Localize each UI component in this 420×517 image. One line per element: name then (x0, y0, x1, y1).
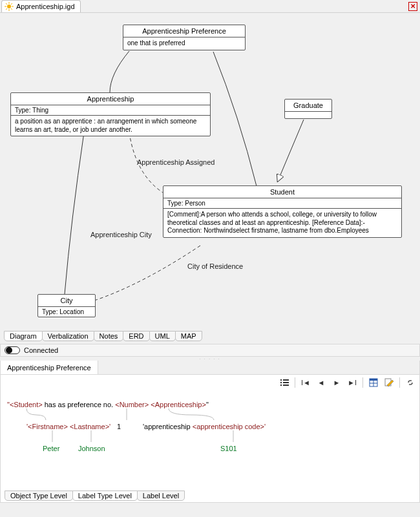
close-icon[interactable]: ✕ (408, 2, 417, 11)
view-tabbar: Diagram Verbalization Notes ERD UML MAP (0, 331, 420, 344)
brace-connectors (7, 408, 408, 421)
editor-tabbar: Apprenticeship.igd ✕ (0, 0, 420, 13)
tab-label-type-level[interactable]: Label Type Level (72, 491, 138, 501)
node-title: Student (163, 186, 401, 198)
tab-erd[interactable]: ERD (123, 331, 149, 341)
tab-object-type-level[interactable]: Object Type Level (5, 491, 73, 501)
node-desc: a position as an apprentice : an arrange… (11, 116, 210, 136)
lower-panel-tab[interactable]: Apprenticeship Preference (1, 361, 98, 374)
model-file-icon (5, 2, 14, 11)
edit-icon[interactable] (384, 377, 394, 388)
connection-toggle[interactable] (5, 346, 20, 354)
svg-line-8 (11, 3, 12, 5)
file-tab-label: Apprenticeship.igd (16, 3, 75, 10)
level-tabbar: Object Type Level Label Type Level Label… (5, 491, 184, 501)
diagram-edges (0, 13, 420, 331)
svg-line-6 (11, 8, 12, 10)
node-student[interactable]: Student Type: Person [Comment]:A person … (163, 185, 402, 238)
edge-label-city: Apprenticeship City (90, 231, 152, 238)
status-bar: Connected (0, 344, 420, 357)
brace-connectors-2 (7, 430, 408, 443)
node-type: Type: Person (163, 198, 401, 209)
node-type: Type: Location (38, 307, 95, 317)
svg-rect-10 (283, 379, 289, 381)
file-tab[interactable]: Apprenticeship.igd (1, 0, 81, 12)
node-graduate[interactable]: Graduate (284, 99, 332, 119)
diagram-canvas[interactable]: Apprenticeship Preference one that is pr… (0, 13, 420, 331)
svg-rect-14 (283, 385, 289, 386)
svg-rect-12 (283, 382, 289, 383)
last-icon[interactable]: ►I (347, 377, 357, 388)
lower-panel-header: Apprenticeship Preference (0, 361, 420, 375)
first-icon[interactable]: I◄ (300, 377, 311, 388)
node-title: Graduate (285, 100, 331, 112)
node-type: Type: Thing (11, 105, 210, 116)
node-title: Apprenticeship (11, 93, 210, 105)
svg-point-0 (7, 5, 11, 8)
svg-point-11 (280, 382, 282, 383)
lower-panel: I◄ ◄ ► ►I "<Student> has as preference n… (0, 375, 420, 503)
list-icon[interactable] (279, 377, 289, 388)
svg-line-7 (6, 8, 7, 10)
verbalization-tree: "<Student> has as preference no. <Number… (7, 401, 413, 452)
node-apprenticeship-preference[interactable]: Apprenticeship Preference one that is pr… (123, 25, 246, 50)
value-firstname: Peter (43, 445, 78, 452)
value-lastname: Johnson (78, 445, 220, 452)
node-apprenticeship[interactable]: Apprenticeship Type: Thing a position as… (10, 92, 211, 136)
node-title: Apprenticeship Preference (123, 25, 245, 37)
label-values-row: Peter Johnson S101 (7, 445, 413, 452)
svg-point-13 (280, 385, 282, 386)
tab-notes[interactable]: Notes (94, 331, 124, 341)
label-template-row: '<Firstname> <Lastname>' 1 'apprenticesh… (7, 423, 413, 430)
sentence-template: "<Student> has as preference no. <Number… (7, 401, 413, 408)
node-desc: one that is preferred (123, 37, 245, 50)
value-code: S101 (220, 445, 237, 452)
link-icon[interactable] (405, 377, 415, 388)
node-city[interactable]: City Type: Location (37, 294, 96, 317)
verbalization-toolbar: I◄ ◄ ► ►I (279, 377, 415, 388)
tab-diagram[interactable]: Diagram (4, 331, 43, 341)
svg-line-5 (6, 3, 7, 5)
edge-label-residence: City of Residence (187, 262, 243, 270)
prev-icon[interactable]: ◄ (316, 377, 326, 388)
tab-uml[interactable]: UML (149, 331, 176, 341)
node-title: City (38, 295, 95, 307)
svg-point-9 (280, 379, 282, 381)
tab-verbalization[interactable]: Verbalization (42, 331, 94, 341)
next-icon[interactable]: ► (331, 377, 342, 388)
grid-icon[interactable] (368, 377, 379, 388)
tab-label-level[interactable]: Label Level (137, 491, 185, 501)
connection-label: Connected (24, 346, 58, 354)
tab-map[interactable]: MAP (175, 331, 202, 341)
node-desc: [Comment]:A person who attends a school,… (163, 209, 401, 237)
edge-label-assigned: Apprenticeship Assigned (137, 158, 215, 166)
